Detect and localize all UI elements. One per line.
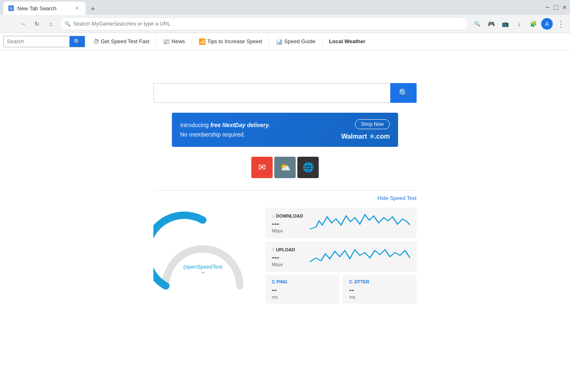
lock-icon: 🔍 bbox=[65, 21, 71, 27]
toolbar-link-news[interactable]: 📰 News bbox=[160, 33, 188, 50]
toolbar-link-tips[interactable]: 📶 Tips to Increase Speed bbox=[195, 33, 265, 50]
home-button[interactable]: ⌂ bbox=[45, 18, 57, 30]
ad-line1: Introducing bbox=[180, 122, 210, 128]
download-stat-info: ↓ DOWNLOAD --- Mbps bbox=[272, 213, 305, 233]
toolbar-separator-3 bbox=[269, 37, 269, 46]
toolbar-link-speed-test[interactable]: ⏱ Get Speed Test Fast bbox=[90, 33, 153, 50]
download-label: ↓ DOWNLOAD bbox=[272, 213, 305, 219]
news-toolbar-icon: 📰 bbox=[163, 38, 170, 45]
toolbar-weather-label: Local Weather bbox=[329, 38, 366, 44]
jitter-card: C JITTER -- ms bbox=[343, 275, 417, 304]
toolbar-search-box: 🔍 bbox=[3, 36, 85, 47]
ping-value: -- bbox=[272, 286, 333, 295]
upload-chart bbox=[310, 246, 410, 267]
jitter-value: -- bbox=[349, 286, 410, 295]
zoom-button[interactable]: 🔍 bbox=[471, 18, 483, 30]
quick-access-icons: ✉ ⛅ 🌐 bbox=[251, 157, 319, 178]
jitter-c-icon: C bbox=[349, 279, 352, 284]
jitter-unit: ms bbox=[349, 295, 410, 299]
ad-right: Shop Now Walmart ★.com bbox=[341, 119, 390, 140]
walmart-star: ★ bbox=[369, 133, 375, 140]
forward-button[interactable]: → bbox=[17, 18, 29, 30]
toolbar-speed-guide-label: Speed Guide bbox=[284, 38, 315, 44]
upload-value: --- bbox=[272, 253, 305, 262]
toolbar-separator-1 bbox=[156, 37, 156, 46]
profile-button[interactable]: A bbox=[541, 18, 553, 30]
jitter-label: C JITTER bbox=[349, 279, 410, 284]
download-button[interactable]: ↓ bbox=[513, 18, 525, 30]
gauge-svg: (openSpeedTest ™ bbox=[153, 208, 252, 306]
ping-label: C PING bbox=[272, 279, 333, 284]
cast-button[interactable]: 📺 bbox=[499, 18, 511, 30]
speed-test-widget: (openSpeedTest ™ ↓ DOWNLOAD --- Mbps bbox=[153, 208, 417, 306]
section-divider bbox=[153, 190, 417, 191]
toolbar-speed-test-label: Get Speed Test Fast bbox=[101, 38, 149, 44]
ping-jitter-row: C PING -- ms C JITTER -- ms bbox=[265, 275, 417, 304]
tab-title: New Tab Search bbox=[17, 5, 56, 12]
ping-unit: ms bbox=[272, 295, 333, 299]
ping-card: C PING -- ms bbox=[265, 275, 339, 304]
upload-label: ↑ UPLOAD bbox=[272, 247, 305, 253]
svg-text:(openSpeedTest: (openSpeedTest bbox=[183, 264, 222, 270]
toolbar-news-label: News bbox=[171, 38, 185, 44]
speed-guide-icon: 📊 bbox=[276, 38, 283, 45]
browser-toolbar-icons: 🔍 🎮 📺 ↓ 🧩 A ⋮ bbox=[471, 18, 567, 30]
tips-icon: 📶 bbox=[199, 38, 206, 45]
upload-unit: Mbps bbox=[272, 262, 305, 267]
refresh-button[interactable]: ↻ bbox=[31, 18, 43, 30]
new-tab-button[interactable]: + bbox=[87, 3, 99, 15]
tab-close-button[interactable]: × bbox=[73, 5, 81, 12]
download-unit: Mbps bbox=[272, 228, 305, 233]
toolbar-separator-4 bbox=[322, 37, 322, 46]
download-stat-card: ↓ DOWNLOAD --- Mbps bbox=[265, 208, 417, 238]
ad-bold: free NextDay delivery. bbox=[210, 122, 270, 128]
title-bar: N New Tab Search × + − □ × bbox=[0, 0, 570, 15]
toolbar-tips-label: Tips to Increase Speed bbox=[207, 38, 262, 44]
tab-favicon: N bbox=[8, 5, 14, 11]
center-search-input[interactable] bbox=[153, 83, 390, 103]
ping-c-icon: C bbox=[272, 279, 275, 284]
walmart-logo: Walmart ★.com bbox=[341, 132, 390, 140]
download-value: --- bbox=[272, 220, 305, 228]
url-bar[interactable]: 🔍 Search MyGameSearches or type a URL bbox=[59, 17, 469, 30]
hide-speed-test-link[interactable]: Hide Speed Test bbox=[153, 195, 417, 201]
speed-gauge: (openSpeedTest ™ bbox=[153, 208, 252, 306]
toolbar-link-weather[interactable]: Local Weather bbox=[326, 33, 369, 50]
toolbar-separator-2 bbox=[192, 37, 192, 46]
weather-icon[interactable]: ⛅ bbox=[274, 157, 296, 178]
ad-line2: No membership required. bbox=[180, 131, 245, 138]
tab-bar: N New Tab Search × + bbox=[3, 0, 99, 15]
close-button[interactable]: × bbox=[562, 3, 567, 12]
active-tab[interactable]: N New Tab Search × bbox=[3, 2, 86, 15]
toolbar-link-speed-guide[interactable]: 📊 Speed Guide bbox=[272, 33, 319, 50]
upload-stat-card: ↑ UPLOAD --- Mbps bbox=[265, 241, 417, 272]
toolbar-search-input[interactable] bbox=[4, 36, 70, 47]
upload-arrow-icon: ↑ bbox=[272, 247, 274, 253]
upload-stat-info: ↑ UPLOAD --- Mbps bbox=[272, 247, 305, 267]
download-chart bbox=[310, 213, 410, 233]
ad-banner: Introducing free NextDay delivery. No me… bbox=[172, 113, 398, 147]
window-controls: − □ × bbox=[545, 3, 567, 12]
extensions-button[interactable]: 🧩 bbox=[527, 18, 539, 30]
back-button[interactable]: ← bbox=[3, 18, 15, 30]
minimize-button[interactable]: − bbox=[545, 3, 550, 12]
gmail-icon[interactable]: ✉ bbox=[251, 157, 273, 178]
speed-test-icon: ⏱ bbox=[93, 38, 99, 45]
menu-button[interactable]: ⋮ bbox=[555, 18, 567, 30]
extension-toolbar: 🔍 ⏱ Get Speed Test Fast 📰 News 📶 Tips to… bbox=[0, 33, 570, 50]
maximize-button[interactable]: □ bbox=[554, 3, 558, 12]
ad-text: Introducing free NextDay delivery. No me… bbox=[180, 121, 270, 139]
svg-text:™: ™ bbox=[201, 271, 205, 276]
center-search-button[interactable]: 🔍 bbox=[390, 83, 417, 103]
url-text: Search MyGameSearches or type a URL bbox=[73, 21, 463, 27]
center-search-bar: 🔍 bbox=[153, 83, 417, 103]
news-icon[interactable]: 🌐 bbox=[297, 157, 319, 178]
address-bar: ← → ↻ ⌂ 🔍 Search MyGameSearches or type … bbox=[0, 15, 570, 33]
gamepad-icon[interactable]: 🎮 bbox=[485, 18, 497, 30]
shop-now-button[interactable]: Shop Now bbox=[355, 119, 390, 129]
speed-stats: ↓ DOWNLOAD --- Mbps ↑ UPLOAD bbox=[265, 208, 417, 304]
toolbar-search-button[interactable]: 🔍 bbox=[70, 36, 85, 47]
download-arrow-icon: ↓ bbox=[272, 213, 274, 219]
main-content: 🔍 Introducing free NextDay delivery. No … bbox=[0, 50, 570, 392]
